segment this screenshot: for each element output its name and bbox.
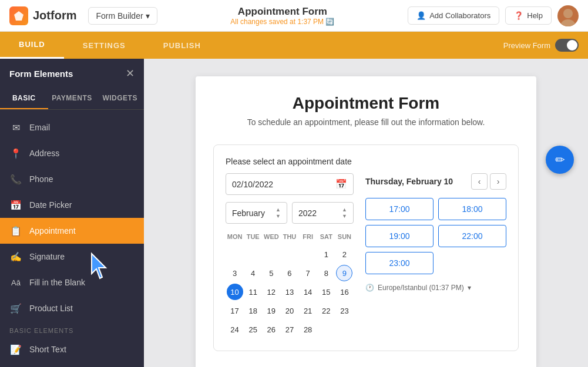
cal-cell-7[interactable]: 7 — [300, 265, 316, 281]
sidebar-item-signature[interactable]: ✍ Signature — [0, 244, 144, 270]
year-selector[interactable]: 2022 ▲▼ — [292, 202, 354, 224]
timezone-row[interactable]: 🕐 Europe/Istanbul (01:37 PM) ▾ — [365, 284, 506, 292]
cal-cell — [318, 321, 334, 338]
cal-cell-6[interactable]: 6 — [281, 265, 298, 281]
time-slot-2200[interactable]: 22:00 — [438, 225, 506, 247]
appointment-date-input[interactable]: 02/10/2022 📅 — [226, 173, 354, 195]
cal-cell-9[interactable]: 9 — [336, 265, 352, 281]
cal-cell-19[interactable]: 19 — [263, 302, 280, 319]
calendar-grid: MON TUE WED THU FRI SAT SUN — [226, 231, 354, 339]
day-sat: SAT — [317, 231, 335, 243]
tab-build[interactable]: BUILD — [0, 32, 64, 59]
cal-cell-1[interactable]: 1 — [318, 246, 334, 262]
help-icon: ❓ — [514, 11, 523, 20]
cal-cell-3[interactable]: 3 — [227, 265, 243, 281]
clock-icon: 🕐 — [365, 284, 374, 292]
close-icon[interactable]: ✕ — [126, 67, 135, 80]
preview-switch[interactable] — [555, 39, 579, 52]
day-fri: FRI — [299, 231, 317, 243]
cal-cell-18[interactable]: 18 — [245, 302, 261, 319]
sidebar-item-fillinblank[interactable]: Aā Fill in the Blank — [0, 270, 144, 295]
cal-cell-24[interactable]: 24 — [227, 321, 243, 338]
time-slot-1800[interactable]: 18:00 — [438, 198, 506, 220]
form-builder-label: Form Builder — [96, 11, 143, 21]
cal-cell-17[interactable]: 17 — [227, 302, 243, 319]
cal-cell-27[interactable]: 27 — [281, 321, 298, 338]
sidebar: Form Elements ✕ BASIC PAYMENTS WIDGETS ✉… — [0, 59, 144, 367]
section-label-basic: BASIC ELEMENTS — [0, 321, 144, 336]
logo-icon — [9, 6, 28, 25]
timezone-text: Europe/Istanbul (01:37 PM) — [378, 284, 464, 292]
fillinblank-icon: Aā — [9, 276, 22, 289]
shorttext-icon: 📝 — [9, 343, 22, 356]
time-slot-2300[interactable]: 23:00 — [365, 252, 434, 274]
cal-cell-22[interactable]: 22 — [318, 302, 334, 319]
cal-cell-8[interactable]: 8 — [318, 265, 334, 281]
sidebar-item-label: Date Picker — [29, 200, 72, 210]
sidebar-item-phone[interactable]: 📞 Phone — [0, 166, 144, 192]
logo-text: Jotform — [33, 9, 76, 22]
sidebar-item-appointment[interactable]: 📋 Appointment — [0, 218, 144, 244]
signature-icon: ✍ — [9, 250, 22, 263]
form-title-main: Appointment Form — [157, 6, 408, 18]
day-thu: THU — [280, 231, 298, 243]
sidebar-item-productlist[interactable]: 🛒 Product List — [0, 295, 144, 321]
cal-cell-26[interactable]: 26 — [263, 321, 280, 338]
add-collaborators-button[interactable]: 👤 Add Collaborators — [408, 6, 499, 25]
productlist-icon: 🛒 — [9, 302, 22, 315]
cal-cell-13[interactable]: 13 — [281, 284, 298, 300]
prev-day-button[interactable]: ‹ — [471, 173, 488, 190]
phone-icon: 📞 — [9, 173, 22, 186]
year-arrows: ▲▼ — [342, 207, 347, 219]
sidebar-item-email[interactable]: ✉ Email — [0, 115, 144, 140]
sidebar-item-longtext[interactable]: 📄 Long Text — [0, 362, 144, 367]
cal-cell-23[interactable]: 23 — [336, 302, 352, 319]
appointment-label: Please select an appointment date — [226, 157, 506, 166]
sidebar-item-label: Signature — [29, 252, 65, 261]
tab-widgets[interactable]: WIDGETS — [96, 88, 144, 109]
chevron-down-icon: ▾ — [468, 284, 471, 292]
cal-cell-2[interactable]: 2 — [336, 246, 352, 262]
sidebar-item-address[interactable]: 📍 Address — [0, 140, 144, 166]
cal-cell-12[interactable]: 12 — [263, 284, 280, 300]
cal-cell-4[interactable]: 4 — [245, 265, 261, 281]
save-status: All changes saved at 1:37 PM 🔄 — [157, 18, 408, 26]
cal-cell-5[interactable]: 5 — [263, 265, 280, 281]
cal-cell-15[interactable]: 15 — [318, 284, 334, 300]
sidebar-item-datepicker[interactable]: 📅 Date Picker — [0, 192, 144, 218]
sidebar-item-label: Phone — [29, 174, 53, 184]
month-selector[interactable]: February ▲▼ — [226, 202, 287, 224]
sidebar-title: Form Elements — [9, 69, 73, 79]
tab-settings[interactable]: SETTINGS — [64, 32, 145, 59]
time-slot-1900[interactable]: 19:00 — [365, 225, 434, 247]
year-label: 2022 — [298, 208, 342, 218]
svg-point-2 — [560, 19, 576, 26]
tab-publish[interactable]: PUBLISH — [145, 32, 220, 59]
tab-payments[interactable]: PAYMENTS — [48, 88, 96, 109]
cal-cell-28[interactable]: 28 — [300, 321, 316, 338]
cal-cell-16[interactable]: 16 — [336, 284, 352, 300]
day-sun: SUN — [335, 231, 354, 243]
fab-pencil-button[interactable]: ✏ — [546, 146, 574, 174]
preview-toggle[interactable]: Preview Form — [503, 39, 579, 52]
time-slot-1700[interactable]: 17:00 — [365, 198, 434, 220]
help-button[interactable]: ❓ Help — [505, 6, 552, 25]
cal-cell-11[interactable]: 11 — [245, 284, 261, 300]
cal-cell-25[interactable]: 25 — [245, 321, 261, 338]
date-value: 02/10/2022 — [232, 180, 335, 189]
calendar-body: 1 2 3 4 5 6 7 8 9 — [226, 245, 354, 339]
sidebar-item-label: Product List — [29, 304, 73, 313]
cal-cell-10[interactable]: 10 — [227, 284, 243, 300]
sidebar-item-label: Short Text — [29, 345, 66, 354]
next-day-button[interactable]: › — [490, 173, 506, 190]
cal-cell-21[interactable]: 21 — [300, 302, 316, 319]
avatar[interactable] — [557, 5, 579, 26]
sidebar-items: ✉ Email 📍 Address 📞 Phone 📅 Date Picker … — [0, 110, 144, 367]
cal-cell-14[interactable]: 14 — [300, 284, 316, 300]
tab-basic[interactable]: BASIC — [0, 88, 48, 109]
appointment-columns: 02/10/2022 📅 February ▲▼ 2022 — [226, 173, 506, 339]
sidebar-item-shorttext[interactable]: 📝 Short Text — [0, 336, 144, 362]
cal-cell-20[interactable]: 20 — [281, 302, 298, 319]
calendar-header: MON TUE WED THU FRI SAT SUN — [226, 231, 354, 243]
form-builder-button[interactable]: Form Builder ▾ — [88, 7, 157, 25]
